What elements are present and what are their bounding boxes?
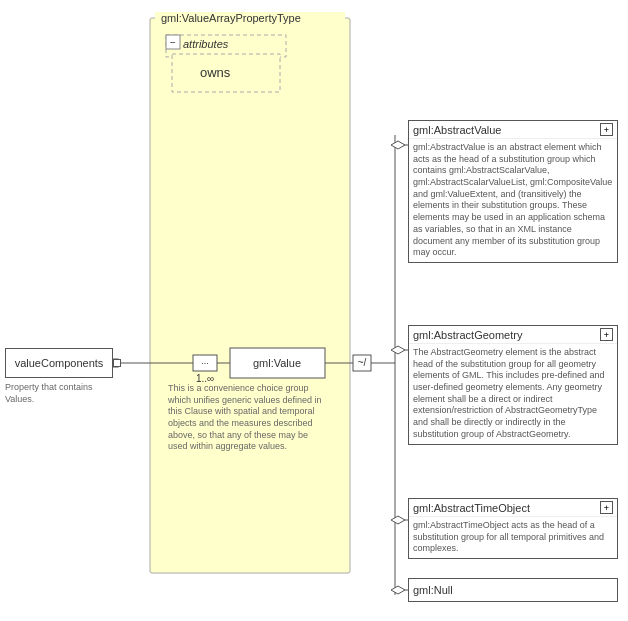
svg-rect-25 bbox=[166, 35, 180, 49]
abstract-value-plus-icon: + bbox=[600, 123, 613, 136]
abstract-value-name: gml:AbstractValue bbox=[413, 124, 598, 136]
main-box-title: gml:ValueArrayPropertyType bbox=[158, 12, 304, 24]
value-components-connector bbox=[113, 359, 121, 367]
gml-value-desc: This is a convenience choice group which… bbox=[168, 383, 326, 453]
attributes-label: attributes bbox=[183, 38, 228, 50]
abstract-geometry-header: gml:AbstractGeometry + bbox=[409, 326, 617, 344]
abstract-value-header: gml:AbstractValue + bbox=[409, 121, 617, 139]
owns-label: owns bbox=[200, 65, 230, 80]
abstract-geometry-plus-icon: + bbox=[600, 328, 613, 341]
value-components-desc: Property that contains Values. bbox=[5, 382, 113, 405]
abstract-time-desc: gml:AbstractTimeObject acts as the head … bbox=[409, 517, 617, 558]
gml-null-box: gml:Null bbox=[408, 578, 618, 602]
abstract-geometry-box: gml:AbstractGeometry + The AbstractGeome… bbox=[408, 325, 618, 445]
svg-marker-17 bbox=[391, 141, 405, 149]
svg-marker-23 bbox=[391, 586, 405, 594]
value-components-label: valueComponents bbox=[15, 357, 104, 369]
svg-text:···: ··· bbox=[201, 358, 209, 368]
abstract-geometry-desc: The AbstractGeometry element is the abst… bbox=[409, 344, 617, 444]
svg-rect-5 bbox=[193, 355, 217, 371]
svg-rect-12 bbox=[353, 355, 371, 371]
svg-marker-21 bbox=[391, 516, 405, 524]
abstract-value-box: gml:AbstractValue + gml:AbstractValue is… bbox=[408, 120, 618, 263]
svg-text:gml:Value: gml:Value bbox=[253, 357, 301, 369]
svg-marker-19 bbox=[391, 346, 405, 354]
svg-rect-0 bbox=[150, 18, 350, 573]
svg-text:~/: ~/ bbox=[358, 357, 367, 368]
abstract-geometry-name: gml:AbstractGeometry bbox=[413, 329, 598, 341]
abstract-time-plus-icon: + bbox=[600, 501, 613, 514]
diagram-container: ··· gml:Value 1..∞ ~/ bbox=[0, 0, 628, 621]
svg-text:−: − bbox=[170, 37, 176, 48]
abstract-value-desc: gml:AbstractValue is an abstract element… bbox=[409, 139, 617, 262]
abstract-time-header: gml:AbstractTimeObject + bbox=[409, 499, 617, 517]
svg-rect-8 bbox=[230, 348, 325, 378]
abstract-time-name: gml:AbstractTimeObject bbox=[413, 502, 598, 514]
abstract-time-box: gml:AbstractTimeObject + gml:AbstractTim… bbox=[408, 498, 618, 559]
value-components-box: valueComponents bbox=[5, 348, 113, 378]
gml-null-name: gml:Null bbox=[413, 584, 453, 596]
